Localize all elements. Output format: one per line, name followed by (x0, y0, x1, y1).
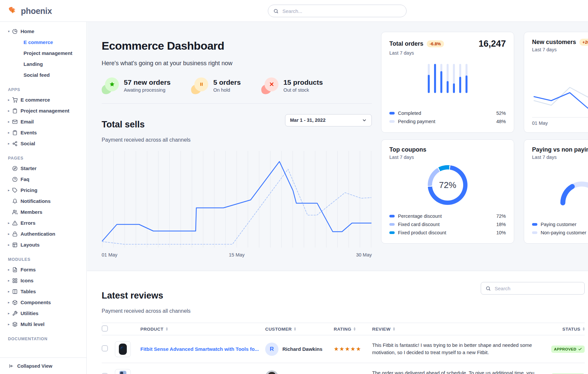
tag-icon (12, 188, 18, 193)
sidebar-item[interactable]: Starter (8, 163, 83, 174)
sidebar-item[interactable]: Faq (8, 174, 83, 185)
clipboard-icon (12, 130, 18, 135)
sidebar-item-label: Notifications (21, 198, 51, 204)
legend-row: Percentage discount 72% (389, 212, 506, 220)
total-sells-chart: 01 May 15 May 30 May (102, 151, 372, 257)
main-content: Ecommerce Dashboard Here's what's going … (87, 22, 588, 374)
sidebar-item[interactable]: ▸ Multi level (8, 319, 83, 330)
column-header-review[interactable]: REVIEW (372, 327, 549, 332)
x-axis-labels: 01 May 15 May 30 May (102, 252, 372, 257)
sidebar-nav: ▾ Home E commerce Project management Lan… (0, 22, 86, 341)
columns-icon (12, 289, 18, 294)
dashboard-left-column: Ecommerce Dashboard Here's what's going … (102, 32, 372, 257)
review-text: The order was delivered ahead of schedul… (372, 370, 549, 374)
caret-icon: ▸ (8, 221, 12, 225)
sidebar-item[interactable]: ▸ Forms (8, 264, 83, 275)
pause-icon (194, 77, 208, 91)
change-badge: -6.8% (427, 40, 444, 47)
caret-icon: ▸ (8, 268, 12, 271)
sidebar-item-label: E commerce (21, 97, 50, 103)
search-icon (273, 9, 278, 14)
column-header-customer[interactable]: CUSTOMER (265, 327, 334, 332)
sidebar-item-label: Starter (21, 165, 36, 171)
sidebar-item-label: Home (21, 28, 34, 34)
column-header-status[interactable]: STATUS (549, 327, 585, 332)
sidebar-section: ▾ Home E commerce Project management Lan… (8, 26, 83, 80)
sidebar-section-label: DOCUMENTATION (8, 337, 83, 341)
sidebar-section: MODULES ▸ Forms ▸ (8, 257, 83, 330)
sidebar-item-label: Email (21, 119, 34, 124)
caret-icon: ▸ (8, 311, 12, 315)
brand-logo[interactable]: phoenix (8, 0, 52, 22)
bar (466, 64, 467, 93)
legend-swatch (389, 120, 395, 123)
table-row: iPhone 13 pro max-Pacific Blue-128GB sto… (102, 363, 585, 374)
x-icon (265, 77, 278, 91)
column-header-rating[interactable]: RATING (334, 327, 372, 332)
date-range-select[interactable]: Mar 1 - 31, 2022 (285, 114, 372, 126)
file-text-icon (12, 267, 18, 272)
sidebar-subitem[interactable]: Social feed (24, 70, 83, 80)
legend-row: Paying customer (532, 220, 588, 228)
sidebar-item[interactable]: ▸ Email (8, 116, 83, 127)
legend-row: Pending payment 48% (389, 117, 506, 126)
sidebar-subitem[interactable]: Project management (24, 48, 83, 59)
sidebar-item[interactable]: ▸ Authentication (8, 228, 83, 239)
paying-gauge-chart (532, 161, 588, 214)
pie-chart-icon (12, 29, 18, 34)
mail-icon (12, 119, 18, 124)
avatar (265, 370, 278, 374)
global-search[interactable] (268, 5, 407, 17)
sidebar-item[interactable]: ▸ Events (8, 127, 83, 138)
sidebar-item-label: Authentication (21, 231, 55, 237)
reviews-table: PRODUCT CUSTOMER RATING REVIEW STATUS Fi… (102, 323, 585, 374)
bar (453, 64, 455, 93)
sidebar-item[interactable]: ▸ Social (8, 138, 83, 149)
sidebar-item[interactable]: ▸ Errors (8, 217, 83, 228)
tool-icon (12, 311, 18, 316)
stats-row: 57 new orders Awating processing 5 order… (102, 77, 372, 94)
select-all-checkbox[interactable] (102, 325, 108, 332)
sidebar-item[interactable]: ▸ Pricing (8, 185, 83, 196)
reviews-subtitle: Payment received across all channels (102, 308, 585, 314)
caret-icon: ▸ (8, 188, 12, 192)
reviews-search-input[interactable] (494, 285, 580, 292)
main-line (534, 93, 588, 109)
sidebar-item[interactable]: ▾ Home (8, 26, 83, 37)
reviews-search[interactable] (481, 282, 585, 295)
package-icon (12, 300, 18, 305)
sidebar-item[interactable]: ▸ Utilities (8, 308, 83, 319)
change-badge: +26.5% (579, 39, 588, 46)
sidebar-section: DOCUMENTATION (8, 337, 83, 341)
stat-value: 15 products (283, 78, 323, 86)
avatar: R (265, 343, 278, 356)
dashboard-right-column: Total orders -6.8% 16,247 Last 7 days (381, 32, 588, 257)
sidebar-item[interactable]: ▸ Components (8, 297, 83, 308)
collapsed-view-toggle[interactable]: Collapsed View (0, 357, 86, 374)
sidebar-subitem[interactable]: Landing (24, 59, 83, 70)
sidebar-item-label: Components (21, 300, 51, 305)
sidebar-item[interactable]: ▸ Tables (8, 286, 83, 297)
column-header-product[interactable]: PRODUCT (115, 327, 265, 332)
sidebar-item[interactable]: ▸ Icons (8, 275, 83, 286)
alert-triangle-icon (12, 220, 18, 226)
sidebar-item[interactable]: ▸ E commerce (8, 94, 83, 105)
sidebar-item[interactable]: Notifications (8, 196, 83, 207)
global-search-input[interactable] (282, 8, 401, 14)
sidebar-item[interactable]: ▸ Project management (8, 105, 83, 116)
layers-icon (12, 322, 18, 327)
sidebar-subitem[interactable]: E commerce (24, 37, 83, 48)
sidebar-item-label: Icons (21, 278, 33, 283)
review-text: This Fitbit is fantastic! I was trying t… (372, 342, 549, 356)
product-image (115, 341, 131, 357)
page-subtitle: Here's what's going on at your business … (102, 60, 372, 67)
sidebar-item[interactable]: Members (8, 207, 83, 217)
total-sells-subtitle: Payment received across all channels (102, 137, 191, 143)
share-icon (12, 141, 18, 146)
sidebar-item-label: Pricing (21, 187, 37, 193)
sidebar-section-label: MODULES (8, 257, 83, 262)
sidebar-item[interactable]: ▸ Layouts (8, 239, 83, 250)
product-link[interactable]: Fitbit Sense Advanced Smartwatch with To… (140, 346, 259, 352)
phoenix-logo-icon (8, 6, 18, 16)
row-checkbox[interactable] (102, 345, 108, 351)
